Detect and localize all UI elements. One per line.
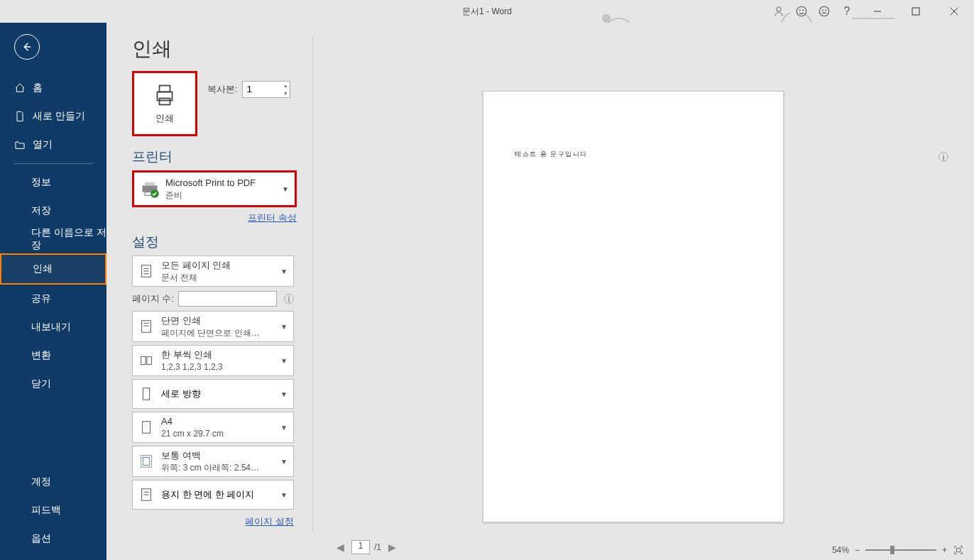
sidebar-item-export[interactable]: 내보내기 <box>0 313 106 341</box>
svg-rect-40 <box>956 548 960 551</box>
sidebar-item-print[interactable]: 인쇄 <box>1 255 105 283</box>
svg-rect-33 <box>143 388 149 400</box>
info-icon[interactable]: i <box>284 294 294 304</box>
sidebar-item-account[interactable]: 계정 <box>0 468 106 496</box>
sidebar-label: 변환 <box>31 349 51 362</box>
sidebar-item-transform[interactable]: 변환 <box>0 341 106 370</box>
single-side-icon <box>138 319 154 334</box>
document-icon <box>138 263 154 279</box>
zoom-in-button[interactable]: + <box>942 545 947 555</box>
setting-line1: 한 부씩 인쇄 <box>161 348 223 361</box>
zoom-out-button[interactable]: − <box>855 545 860 555</box>
sidebar-item-feedback[interactable]: 피드백 <box>0 496 106 525</box>
page-setup-link[interactable]: 페이지 설정 <box>132 515 294 528</box>
margins-icon <box>138 454 154 469</box>
sidebar-label: 인쇄 <box>33 263 53 275</box>
setting-orientation[interactable]: 세로 방향 ▼ <box>132 379 294 409</box>
printer-name: Microsoft Print to PDF <box>165 177 256 190</box>
printer-status: 준비 <box>165 190 256 201</box>
spinner-up-icon[interactable]: ▲ <box>283 82 288 89</box>
copies-row: 복사본: 1 ▲ ▼ <box>207 81 290 98</box>
sidebar-label: 계정 <box>31 476 51 488</box>
page-title: 인쇄 <box>132 35 974 62</box>
frown-icon[interactable] <box>818 5 831 18</box>
close-button[interactable] <box>940 1 968 21</box>
chevron-down-icon: ▼ <box>282 185 289 193</box>
pages-label: 페이지 수: <box>132 293 174 305</box>
sidebar-item-close[interactable]: 닫기 <box>0 370 106 398</box>
svg-point-9 <box>803 10 804 11</box>
svg-rect-28 <box>142 321 151 333</box>
setting-margins[interactable]: 보통 여백 위쪽: 3 cm 아래쪽: 2.54… ▼ <box>132 446 294 477</box>
sidebar-label: 정보 <box>31 176 51 189</box>
setting-line1: 세로 방향 <box>161 388 201 400</box>
back-button[interactable] <box>14 34 40 60</box>
setting-line1: 모든 페이지 인쇄 <box>161 259 231 272</box>
svg-rect-31 <box>141 357 146 365</box>
svg-point-10 <box>819 6 829 16</box>
zoom-slider[interactable] <box>865 549 936 551</box>
pages-input[interactable] <box>178 291 277 307</box>
help-button[interactable]: ? <box>841 5 853 18</box>
svg-point-7 <box>797 6 806 16</box>
setting-paper-size[interactable]: A4 21 cm x 29.7 cm ▼ <box>132 412 294 443</box>
copies-label: 복사본: <box>207 83 238 96</box>
sidebar-item-home[interactable]: 홈 <box>0 74 106 102</box>
setting-sides[interactable]: 단면 인쇄 페이지에 단면으로 인쇄… ▼ <box>132 311 294 342</box>
svg-rect-18 <box>160 86 170 92</box>
setting-print-range[interactable]: 모든 페이지 인쇄 문서 전체 ▼ <box>132 256 294 287</box>
sidebar-label: 열기 <box>33 138 53 151</box>
sidebar-item-save[interactable]: 저장 <box>0 197 106 225</box>
printer-select[interactable]: Microsoft Print to PDF 준비 ▼ <box>132 170 297 207</box>
smile-icon[interactable] <box>795 5 808 18</box>
svg-point-11 <box>822 10 823 11</box>
paper-size-icon <box>138 419 154 435</box>
page-total: /1 <box>374 542 381 552</box>
sidebar-item-open[interactable]: 열기 <box>0 131 106 159</box>
preview-text: 테스트 용 문구입니다 <box>515 150 752 159</box>
sidebar-label: 홈 <box>33 82 43 94</box>
print-button-label: 인쇄 <box>155 112 174 125</box>
chevron-down-icon: ▼ <box>280 458 288 466</box>
sidebar-label: 내보내기 <box>31 321 71 334</box>
sidebar-label: 피드백 <box>31 504 61 517</box>
folder-open-icon <box>14 139 26 150</box>
spinner-down-icon[interactable]: ▼ <box>283 89 288 97</box>
page-input[interactable]: 1 <box>351 540 370 554</box>
sidebar-item-info[interactable]: 정보 <box>0 168 106 197</box>
sidebar-item-new[interactable]: 새로 만들기 <box>0 102 106 131</box>
vertical-divider <box>312 37 313 532</box>
next-page-button[interactable]: ▶ <box>385 542 399 553</box>
printer-ready-icon <box>140 179 160 199</box>
setting-line1: 보통 여백 <box>161 449 259 462</box>
chevron-down-icon: ▼ <box>280 491 288 499</box>
chevron-down-icon: ▼ <box>280 390 288 398</box>
svg-point-1 <box>603 15 610 22</box>
printer-properties-link[interactable]: 프린터 속성 <box>132 212 297 224</box>
sidebar-item-share[interactable]: 공유 <box>0 285 106 313</box>
collate-icon <box>138 353 154 368</box>
portrait-icon <box>138 386 154 402</box>
maximize-button[interactable] <box>902 1 930 21</box>
user-icon[interactable] <box>772 5 785 18</box>
fit-to-window-icon[interactable] <box>953 544 964 556</box>
sidebar-item-options[interactable]: 옵션 <box>0 525 106 553</box>
sidebar-item-saveas[interactable]: 다른 이름으로 저장 <box>0 225 106 253</box>
print-button[interactable]: 인쇄 <box>132 71 197 136</box>
svg-rect-19 <box>160 99 170 105</box>
setting-collate[interactable]: 한 부씩 인쇄 1,2,3 1,2,3 1,2,3 ▼ <box>132 345 294 376</box>
svg-point-6 <box>777 7 781 11</box>
copies-input[interactable]: 1 ▲ ▼ <box>242 81 290 98</box>
minimize-button[interactable] <box>863 1 892 21</box>
svg-rect-36 <box>143 458 149 466</box>
zoom-slider-thumb[interactable] <box>890 546 894 554</box>
chevron-down-icon: ▼ <box>280 268 288 275</box>
setting-pages-per-sheet[interactable]: 용지 한 면에 한 페이지 ▼ <box>132 480 294 510</box>
svg-rect-34 <box>143 422 151 434</box>
info-icon[interactable]: i <box>939 152 948 162</box>
setting-line1: 단면 인쇄 <box>161 314 260 327</box>
one-page-icon <box>138 487 154 503</box>
svg-point-8 <box>799 10 800 11</box>
setting-line2: 위쪽: 3 cm 아래쪽: 2.54… <box>161 462 259 473</box>
prev-page-button[interactable]: ◀ <box>334 542 347 553</box>
